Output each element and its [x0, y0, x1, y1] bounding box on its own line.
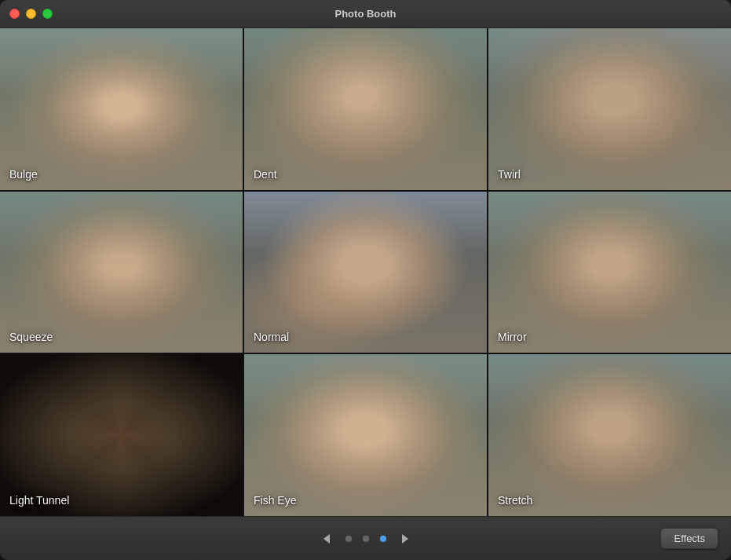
bottom-bar: Effects: [0, 516, 731, 560]
app-window: Photo Booth Bulge Dent Twirl Squeeze: [0, 0, 731, 560]
nav-next-button[interactable]: [397, 531, 413, 547]
traffic-lights: [9, 9, 53, 19]
face-dent: [244, 28, 487, 190]
next-arrow-icon: [399, 533, 411, 545]
maximize-button[interactable]: [42, 9, 53, 19]
effect-cell-mirror[interactable]: Mirror: [488, 192, 731, 353]
effect-cell-dent[interactable]: Dent: [244, 28, 487, 190]
face-light-tunnel: [0, 354, 243, 516]
effects-grid: Bulge Dent Twirl Squeeze Normal: [0, 28, 731, 516]
face-stretch: [488, 354, 731, 516]
close-button[interactable]: [9, 9, 20, 19]
effects-button[interactable]: Effects: [660, 528, 718, 549]
svg-marker-1: [402, 534, 408, 544]
window-title: Photo Booth: [335, 8, 397, 20]
effect-cell-bulge[interactable]: Bulge: [0, 28, 243, 190]
effect-cell-stretch[interactable]: Stretch: [488, 354, 731, 516]
face-twirl: [488, 28, 731, 190]
effect-cell-normal[interactable]: Normal: [244, 192, 487, 353]
svg-marker-0: [323, 534, 330, 544]
face-bulge: [0, 28, 243, 190]
effect-cell-squeeze[interactable]: Squeeze: [0, 192, 243, 353]
nav-dot-2[interactable]: [363, 536, 369, 542]
effect-cell-light-tunnel[interactable]: Light Tunnel: [0, 354, 243, 516]
effect-cell-fish-eye[interactable]: Fish Eye: [244, 354, 487, 516]
face-mirror: [488, 192, 731, 353]
face-fish-eye: [244, 354, 487, 516]
minimize-button[interactable]: [26, 9, 36, 19]
face-squeeze: [0, 192, 243, 353]
prev-arrow-icon: [320, 533, 333, 545]
face-normal: [244, 192, 487, 353]
nav-dot-3[interactable]: [380, 536, 386, 542]
nav-controls: [319, 531, 413, 547]
effect-cell-twirl[interactable]: Twirl: [488, 28, 731, 190]
nav-dot-1[interactable]: [345, 536, 352, 542]
titlebar: Photo Booth: [0, 0, 731, 28]
nav-prev-button[interactable]: [319, 531, 334, 547]
